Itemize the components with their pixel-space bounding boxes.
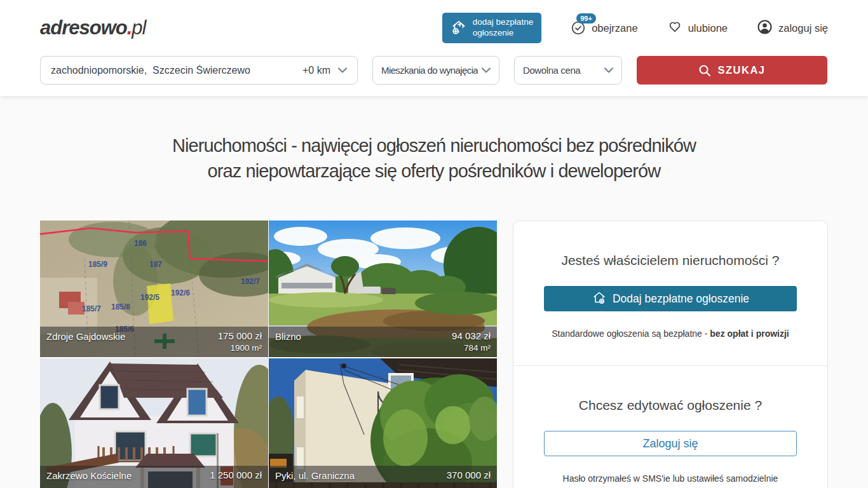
user-circle-icon [757, 19, 773, 37]
heart-icon [667, 19, 682, 37]
chevron-down-icon [482, 67, 491, 73]
listing-name: Pyki, ul. Graniczna [275, 470, 355, 481]
login-label: zaloguj się [778, 22, 828, 34]
radius-select[interactable]: +0 km [302, 65, 347, 76]
owner-panel: Jesteś właścicielem nieruchomości ? Doda… [513, 220, 828, 488]
listing-name: Zdroje Gajdowskie [46, 330, 125, 342]
logo[interactable]: adresowo.pl [40, 17, 146, 39]
listings-grid: 186 187 185/9 192/5 192/6 192/7 185/7 18… [40, 220, 498, 488]
listing-overlay: Blizno 94 032 zł 784 m² [269, 327, 497, 357]
price-value: Dowolna cena [523, 65, 580, 76]
listing-area: 784 m² [452, 343, 491, 353]
price-select[interactable]: Dowolna cena [514, 56, 622, 85]
logo-main: adresowo [40, 17, 127, 39]
search-button[interactable]: SZUKAJ [637, 56, 827, 85]
listing-price: 370 000 zł [447, 470, 491, 480]
header: adresowo.pl dodaj bezpłatne ogłoszenie [0, 0, 868, 96]
add-listing-label: dodaj bezpłatne ogłoszenie [473, 17, 533, 39]
search-icon [698, 64, 711, 77]
svg-text:186: 186 [134, 239, 147, 248]
owner-section: Jesteś właścicielem nieruchomości ? Doda… [513, 221, 827, 365]
viewed-count-badge: 99+ [576, 13, 596, 24]
house-plus-icon [451, 18, 467, 38]
listing-card[interactable]: Zakrzewo Kościelne 1 250 000 zł [40, 358, 268, 488]
svg-text:192/5: 192/5 [140, 293, 159, 302]
owner-note: Standardowe ogłoszenia są bezpłatne - be… [544, 329, 797, 339]
header-nav: dodaj bezpłatne ogłoszenie 99+ obejrzane [442, 13, 828, 43]
listing-card[interactable]: Pyki, ul. Graniczna 370 000 zł [269, 358, 497, 488]
category-value: Mieszkania do wynajęcia [381, 65, 478, 76]
login-link[interactable]: zaloguj się [757, 19, 828, 37]
search-button-label: SZUKAJ [717, 64, 765, 76]
owner-heading: Jesteś właścicielem nieruchomości ? [544, 253, 797, 268]
listing-price: 175 000 zł [218, 330, 262, 341]
svg-text:185/8: 185/8 [111, 302, 130, 311]
listing-name: Blizno [275, 330, 301, 342]
search-bar: zachodniopomorskie, Szczecin Świerczewo … [40, 56, 828, 96]
listing-card[interactable]: 186 187 185/9 192/5 192/6 192/7 185/7 18… [40, 220, 268, 357]
house-plus-icon [592, 290, 607, 308]
chevron-down-icon [604, 67, 613, 73]
listing-overlay: Zdroje Gajdowskie 175 000 zł 1900 m² [40, 327, 268, 357]
viewed-link[interactable]: 99+ obejrzane [571, 20, 637, 36]
chevron-down-icon [338, 67, 347, 73]
listing-overlay: Zakrzewo Kościelne 1 250 000 zł [40, 466, 268, 488]
add-listing-button[interactable]: dodaj bezpłatne ogłoszenie [442, 13, 541, 43]
svg-text:185/9: 185/9 [88, 260, 107, 269]
edit-heading: Chcesz edytować ogłoszenie ? [544, 398, 797, 413]
page-title: Nieruchomości - najwięcej ogłoszeń nieru… [72, 133, 796, 184]
check-circle-icon: 99+ [571, 20, 586, 36]
svg-text:192/6: 192/6 [171, 288, 190, 297]
location-input[interactable]: zachodniopomorskie, Szczecin Świerczewo … [40, 56, 358, 85]
svg-text:192/7: 192/7 [241, 277, 260, 286]
add-free-listing-label: Dodaj bezpłatne ogłoszenie [613, 292, 749, 306]
favorites-label: ulubione [688, 22, 728, 34]
radius-value: +0 km [302, 65, 330, 76]
favorites-link[interactable]: ulubione [667, 19, 728, 37]
viewed-label: obejrzane [592, 22, 637, 34]
logo-suffix: pl [132, 17, 146, 39]
svg-text:185/7: 185/7 [82, 304, 101, 313]
edit-section: Chcesz edytować ogłoszenie ? Zaloguj się… [513, 365, 827, 488]
listing-area: 1900 m² [218, 343, 262, 353]
edit-note: Hasło otrzymałeś w SMS'ie lub ustawiłeś … [544, 473, 797, 484]
svg-text:187: 187 [149, 260, 162, 269]
listing-overlay: Pyki, ul. Graniczna 370 000 zł [269, 466, 497, 488]
login-button[interactable]: Zaloguj się [544, 431, 797, 456]
listing-name: Zakrzewo Kościelne [46, 470, 132, 481]
listing-card[interactable]: Blizno 94 032 zł 784 m² [269, 220, 497, 357]
location-value: zachodniopomorskie, Szczecin Świerczewo [51, 65, 302, 76]
listing-price: 94 032 zł [452, 330, 491, 341]
add-free-listing-button[interactable]: Dodaj bezpłatne ogłoszenie [544, 286, 797, 311]
listing-price: 1 250 000 zł [210, 470, 262, 480]
category-select[interactable]: Mieszkania do wynajęcia [372, 56, 499, 85]
